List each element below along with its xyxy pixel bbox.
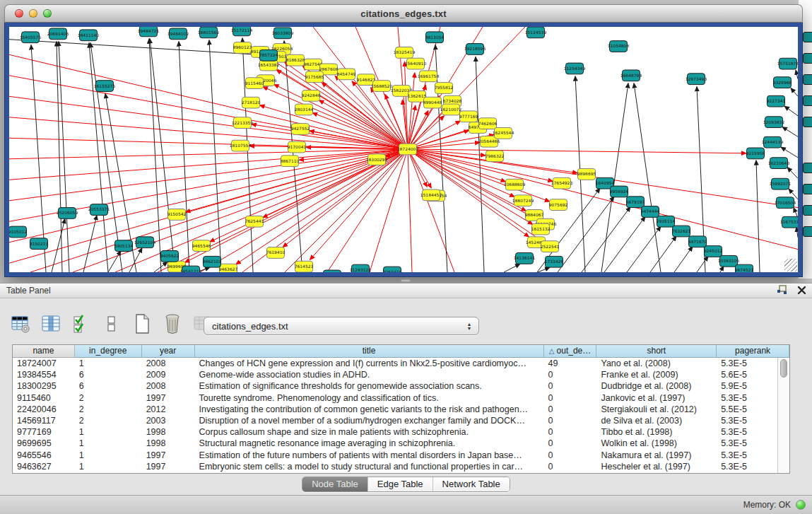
graph-node[interactable]: 8186328 — [286, 54, 305, 66]
table-row[interactable]: 1830029562008Estimation of significance … — [13, 380, 777, 392]
column-header-name[interactable]: name — [13, 345, 75, 358]
graph-node[interactable]: 9465546 — [192, 240, 211, 252]
graph-node[interactable]: 14561212 — [180, 266, 202, 272]
table-cell[interactable]: 5.3E-5 — [717, 358, 777, 369]
table-cell[interactable]: Dudbridge et al. (2008) — [596, 380, 717, 392]
graph-node[interactable]: 15405575 — [20, 32, 42, 43]
table-cell[interactable]: 0 — [544, 392, 597, 404]
table-cell[interactable]: Estimation of the future numbers of pati… — [195, 450, 544, 461]
table-cell[interactable]: 1997 — [142, 392, 195, 404]
table-cell[interactable]: Tourette syndrome. Phenomenology and cla… — [195, 392, 544, 404]
graph-node[interactable]: 18107554 — [230, 140, 252, 151]
column-header-title[interactable]: title — [195, 345, 544, 358]
table-cell[interactable]: de Silva et al. (2003) — [596, 415, 717, 426]
graph-node[interactable]: 9227341 — [767, 95, 786, 107]
table-row[interactable]: 911546021997Tourette syndrome. Phenomeno… — [13, 392, 777, 404]
network-graph[interactable]: 1872400789601238912955182260589827503165… — [9, 27, 798, 272]
select-all-icon[interactable] — [71, 313, 92, 334]
graph-node[interactable]: 1733426 — [545, 256, 564, 267]
table-cell[interactable]: Jankovic et al. (1997) — [596, 392, 717, 404]
table-cell[interactable]: 5.9E-5 — [717, 380, 777, 392]
graph-node[interactable]: 16961758 — [418, 71, 440, 82]
graph-node[interactable]: 9215958 — [746, 148, 765, 159]
table-cell[interactable]: Corpus callosum shape and size in male p… — [195, 426, 544, 438]
graph-node[interactable]: 16648794 — [620, 70, 642, 81]
table-cell[interactable]: 0 — [544, 404, 597, 415]
table-cell[interactable]: 9115460 — [13, 392, 75, 404]
column-header-in_degree[interactable]: in_degree — [75, 345, 142, 358]
graph-node[interactable]: 9474444 — [641, 206, 660, 218]
table-cell[interactable]: Disruption of a novel member of a sodium… — [195, 415, 544, 426]
table-row[interactable]: 1938455462009Genome-wide association stu… — [13, 369, 777, 380]
table-cell[interactable]: 9465546 — [13, 450, 75, 461]
graph-node[interactable]: 12973493 — [686, 74, 707, 85]
table-cell[interactable]: 0 — [544, 415, 597, 426]
table-settings-icon[interactable] — [10, 313, 31, 334]
scrollbar-thumb[interactable] — [780, 359, 787, 378]
graph-node[interactable]: 25206059 — [57, 208, 78, 219]
graph-node[interactable]: 11675317 — [780, 216, 798, 228]
graph-node[interactable]: 16033809 — [272, 28, 294, 39]
table-cell[interactable]: 0 — [544, 461, 597, 472]
graph-node[interactable]: 9075692 — [549, 199, 568, 211]
tab-edge-table[interactable]: Edge Table — [367, 477, 433, 491]
graph-node[interactable]: 19484102 — [167, 28, 189, 40]
graph-node[interactable]: 9170041 — [288, 141, 307, 153]
resize-grip-icon[interactable] — [784, 259, 797, 271]
table-cell[interactable]: 2008 — [142, 380, 195, 392]
graph-node[interactable]: 20553371 — [88, 204, 110, 216]
table-cell[interactable]: 2 — [75, 392, 142, 404]
graph-node[interactable]: 9958924 — [610, 186, 629, 197]
graph-node[interactable]: 2803144 — [295, 104, 314, 115]
graph-node[interactable]: 8454749 — [337, 69, 356, 80]
tab-node-table[interactable]: Node Table — [302, 477, 367, 491]
graph-node[interactable]: 19218596 — [464, 44, 486, 55]
table-cell[interactable]: 2003 — [142, 415, 195, 426]
table-cell[interactable]: 2 — [75, 415, 142, 426]
window-titlebar[interactable]: citations_edges.txt — [4, 4, 803, 23]
panel-drag-handle[interactable] — [401, 279, 411, 282]
memory-status-indicator[interactable] — [796, 500, 806, 510]
graph-node[interactable]: 10473310 — [322, 270, 343, 272]
table-cell[interactable]: 1 — [75, 426, 142, 438]
graph-node[interactable]: 11283121 — [350, 264, 372, 272]
graph-node[interactable]: 15172114 — [231, 27, 253, 36]
graph-node[interactable]: 9898695 — [577, 169, 596, 180]
table-cell[interactable]: 0 — [544, 426, 597, 438]
table-cell[interactable]: 18724007 — [13, 358, 75, 369]
graph-node[interactable]: 18411140 — [78, 30, 100, 41]
table-cell[interactable]: 5.3E-5 — [717, 415, 777, 426]
graph-node[interactable]: 7614523 — [295, 261, 314, 272]
table-cell[interactable]: 2008 — [142, 358, 195, 369]
graph-node[interactable]: 12213359 — [232, 117, 254, 129]
table-cell[interactable]: 1997 — [142, 450, 195, 461]
table-cell[interactable]: 5.3E-5 — [717, 450, 777, 461]
graph-node[interactable]: 18724007 — [397, 144, 419, 155]
graph-node[interactable]: 19484721 — [138, 27, 160, 37]
table-cell[interactable]: 2012 — [142, 404, 195, 415]
table-cell[interactable]: 0 — [544, 450, 597, 461]
table-cell[interactable]: 9699695 — [13, 438, 75, 449]
table-cell[interactable]: 6 — [75, 380, 142, 392]
column-chooser-icon[interactable] — [40, 313, 61, 334]
column-header-pagerank[interactable]: pagerank — [717, 345, 789, 358]
graph-node[interactable]: 16245544 — [493, 128, 514, 139]
graph-node[interactable]: 2522541 — [541, 241, 560, 252]
graph-node[interactable]: 7857224 — [259, 49, 278, 61]
graph-node[interactable]: 16801562 — [198, 27, 220, 38]
graph-node[interactable]: 2718120 — [242, 97, 261, 108]
graph-node[interactable]: 9777169 — [459, 111, 478, 122]
table-cell[interactable]: 9463627 — [13, 461, 75, 472]
graph-node[interactable]: 10688609 — [504, 179, 526, 190]
graph-node[interactable]: 9245012 — [704, 246, 723, 257]
graph-node[interactable]: 9242848 — [302, 90, 321, 101]
graph-node[interactable]: 18300295 — [366, 154, 388, 165]
table-cell[interactable]: Investigating the contribution of common… — [195, 404, 544, 415]
graph-node[interactable]: 18807249 — [512, 195, 534, 206]
graph-node[interactable]: 7986322 — [486, 151, 505, 162]
graph-node[interactable]: 6679197 — [626, 197, 645, 208]
table-row[interactable]: 946554611997Estimation of the future num… — [13, 450, 777, 461]
graph-node[interactable]: 6471670 — [688, 236, 707, 247]
table-panel-titlebar[interactable]: Table Panel — [0, 283, 812, 298]
table-cell[interactable]: 1 — [75, 438, 142, 449]
